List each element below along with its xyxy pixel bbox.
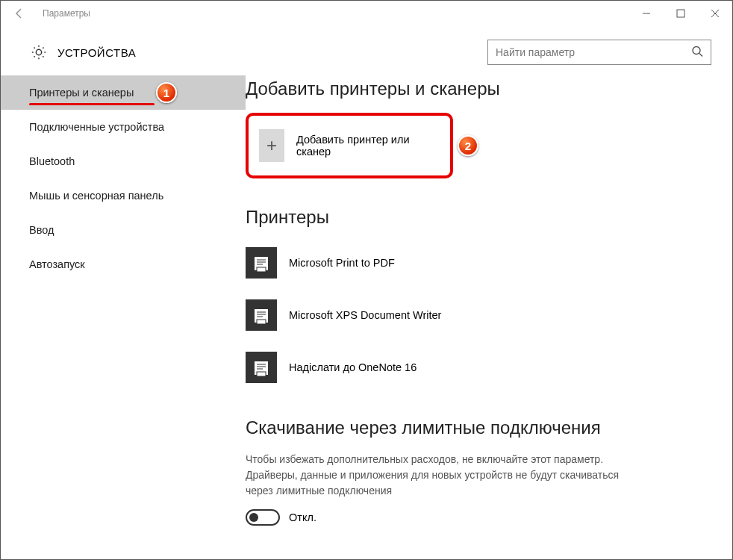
section-heading: Добавить принтеры и сканеры [246,78,711,99]
close-icon [711,9,720,18]
svg-rect-7 [255,254,268,257]
svg-line-5 [699,54,702,57]
header: УСТРОЙСТВА Найти параметр [1,26,732,75]
add-printers-section: Добавить принтеры и сканеры + Добавить п… [246,78,711,178]
window-title: Параметры [43,8,90,19]
section-heading: Скачивание через лимитные подключения [246,417,711,438]
printer-item[interactable]: Надіслати до OneNote 16 [246,346,711,389]
printer-icon [246,299,277,331]
toggle-label: Откл. [289,511,316,523]
search-input[interactable]: Найти параметр [487,40,711,65]
svg-rect-14 [257,320,266,324]
svg-rect-8 [257,267,266,272]
window-controls [629,1,732,26]
content: Добавить принтеры и сканеры + Добавить п… [246,75,732,560]
add-printer-label: Добавить принтер или сканер [296,134,413,158]
svg-rect-13 [255,306,268,309]
svg-point-4 [693,47,700,55]
search-icon [691,46,703,60]
sidebar-item-label: Ввод [29,224,54,236]
search-placeholder: Найти параметр [496,46,575,58]
svg-rect-1 [677,10,684,17]
page-title: УСТРОЙСТВА [57,46,136,59]
maximize-icon [676,9,685,18]
annotation-ring: + Добавить принтер или сканер 2 [246,113,453,178]
titlebar: Параметры [1,1,732,26]
printer-icon [246,247,277,279]
minimize-button[interactable] [629,1,664,26]
sidebar-item-label: Мышь и сенсорная панель [29,190,163,202]
toggle-knob [249,513,258,522]
maximize-button[interactable] [664,1,698,26]
toggle-row: Откл. [246,509,711,526]
sidebar-item-printers[interactable]: Принтеры и сканеры 1 [1,75,246,110]
svg-rect-19 [255,358,268,361]
sidebar-item-bluetooth[interactable]: Bluetooth [1,144,246,178]
back-button[interactable] [7,1,32,26]
sidebar-item-label: Bluetooth [29,155,75,167]
sidebar-item-label: Принтеры и сканеры [29,87,134,99]
sidebar-item-autoplay[interactable]: Автозапуск [1,247,246,281]
sidebar-item-label: Автозапуск [29,258,85,270]
sidebar-item-typing[interactable]: Ввод [1,213,246,247]
close-button[interactable] [698,1,732,26]
arrow-left-icon [13,7,25,19]
sidebar-item-connected[interactable]: Подключенные устройства [1,110,246,144]
printer-label: Microsoft XPS Document Writer [289,309,441,321]
metered-toggle[interactable] [246,509,280,526]
metered-section: Скачивание через лимитные подключения Чт… [246,417,711,526]
printers-section: Принтеры Microsoft Print to PDF Microsof… [246,207,711,389]
sidebar-item-label: Подключенные устройства [29,121,164,133]
printer-item[interactable]: Microsoft Print to PDF [246,241,711,284]
printer-label: Надіслати до OneNote 16 [289,361,417,373]
printer-item[interactable]: Microsoft XPS Document Writer [246,293,711,337]
printer-icon [246,352,277,383]
annotation-underline [29,103,155,105]
sidebar: Принтеры и сканеры 1 Подключенные устрой… [1,75,246,560]
minimize-icon [642,9,651,18]
gear-icon [31,44,47,60]
header-left: УСТРОЙСТВА [31,44,136,60]
svg-rect-20 [257,372,266,376]
body: Принтеры и сканеры 1 Подключенные устрой… [1,75,732,560]
section-heading: Принтеры [246,207,711,228]
metered-description: Чтобы избежать дополнительных расходов, … [246,452,634,499]
add-printer-button[interactable]: + Добавить принтер или сканер [253,123,420,168]
callout-badge-2: 2 [458,135,478,156]
plus-icon: + [259,129,284,162]
settings-window: Параметры УСТРОЙСТВА Найти параметр Прин… [0,0,733,560]
printer-label: Microsoft Print to PDF [289,257,395,269]
callout-badge-1: 1 [156,82,177,103]
sidebar-item-mouse[interactable]: Мышь и сенсорная панель [1,178,246,213]
